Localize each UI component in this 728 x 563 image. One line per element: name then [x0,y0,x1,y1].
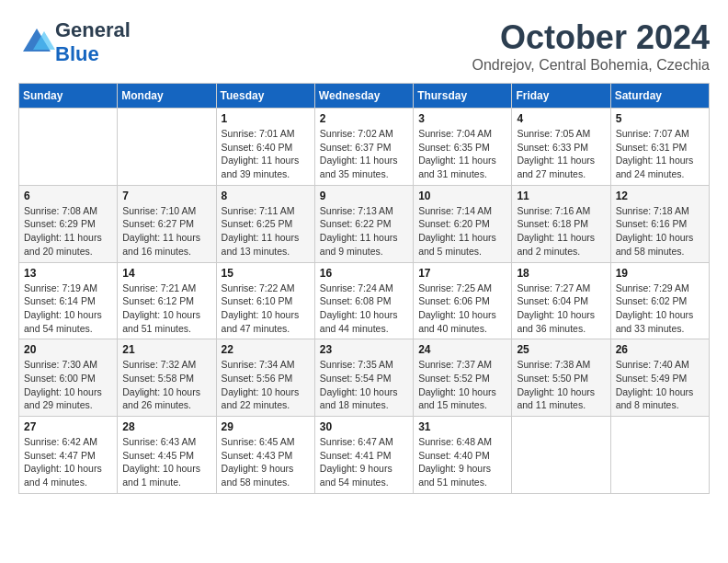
calendar-day-cell: 18Sunrise: 7:27 AM Sunset: 6:04 PM Dayli… [512,262,610,339]
calendar-day-cell: 15Sunrise: 7:22 AM Sunset: 6:10 PM Dayli… [216,262,314,339]
day-info: Sunrise: 7:32 AM Sunset: 5:58 PM Dayligh… [122,358,210,412]
month-year-title: October 2024 [472,18,711,57]
calendar-day-cell: 1Sunrise: 7:01 AM Sunset: 6:40 PM Daylig… [216,109,314,186]
day-number: 16 [320,267,408,280]
day-number: 13 [24,267,112,280]
calendar-day-cell: 11Sunrise: 7:16 AM Sunset: 6:18 PM Dayli… [512,185,610,262]
day-number: 24 [418,343,506,356]
day-info: Sunrise: 7:10 AM Sunset: 6:27 PM Dayligh… [122,204,210,259]
day-info: Sunrise: 6:48 AM Sunset: 4:40 PM Dayligh… [418,435,506,489]
day-info: Sunrise: 7:27 AM Sunset: 6:04 PM Dayligh… [517,282,605,336]
day-number: 25 [517,343,605,356]
calendar-day-cell: 10Sunrise: 7:14 AM Sunset: 6:20 PM Dayli… [414,185,512,262]
calendar-week-row: 13Sunrise: 7:19 AM Sunset: 6:14 PM Dayli… [19,262,710,339]
day-number: 21 [122,343,210,356]
logo-icon [18,24,55,61]
calendar-day-cell: 9Sunrise: 7:13 AM Sunset: 6:22 PM Daylig… [314,185,413,262]
day-info: Sunrise: 7:02 AM Sunset: 6:37 PM Dayligh… [320,127,408,181]
day-number: 15 [222,267,310,280]
day-info: Sunrise: 7:40 AM Sunset: 5:49 PM Dayligh… [616,358,704,412]
calendar-week-row: 1Sunrise: 7:01 AM Sunset: 6:40 PM Daylig… [19,109,710,186]
calendar-day-cell: 29Sunrise: 6:45 AM Sunset: 4:43 PM Dayli… [216,417,314,494]
day-number: 20 [24,343,112,356]
day-info: Sunrise: 7:16 AM Sunset: 6:18 PM Dayligh… [517,204,605,259]
day-info: Sunrise: 7:22 AM Sunset: 6:10 PM Dayligh… [222,282,310,336]
calendar-body: 1Sunrise: 7:01 AM Sunset: 6:40 PM Daylig… [19,109,710,494]
title-block: October 2024 Ondrejov, Central Bohemia, … [472,18,711,74]
day-number: 6 [24,190,112,202]
calendar-day-cell: 4Sunrise: 7:05 AM Sunset: 6:33 PM Daylig… [512,109,610,186]
weekday-header-cell: Thursday [414,84,512,109]
weekday-header-cell: Sunday [19,84,118,109]
day-info: Sunrise: 7:35 AM Sunset: 5:54 PM Dayligh… [320,358,408,412]
weekday-header-cell: Tuesday [216,84,314,109]
day-info: Sunrise: 7:14 AM Sunset: 6:20 PM Dayligh… [418,204,506,259]
day-number: 29 [222,420,310,433]
day-number: 23 [320,343,408,356]
calendar-day-cell: 2Sunrise: 7:02 AM Sunset: 6:37 PM Daylig… [314,109,413,186]
day-number: 7 [122,190,210,202]
day-info: Sunrise: 7:11 AM Sunset: 6:25 PM Dayligh… [222,204,310,259]
calendar-day-cell [610,417,709,494]
day-info: Sunrise: 7:29 AM Sunset: 6:02 PM Dayligh… [616,282,704,336]
day-info: Sunrise: 7:24 AM Sunset: 6:08 PM Dayligh… [320,282,408,336]
calendar-day-cell: 16Sunrise: 7:24 AM Sunset: 6:08 PM Dayli… [314,262,413,339]
day-info: Sunrise: 7:21 AM Sunset: 6:12 PM Dayligh… [122,282,210,336]
calendar-day-cell: 26Sunrise: 7:40 AM Sunset: 5:49 PM Dayli… [610,339,709,417]
day-number: 22 [222,343,310,356]
day-number: 1 [222,112,310,125]
day-number: 11 [517,190,605,202]
calendar-table: SundayMondayTuesdayWednesdayThursdayFrid… [18,83,710,494]
day-info: Sunrise: 7:08 AM Sunset: 6:29 PM Dayligh… [24,204,112,259]
day-info: Sunrise: 7:37 AM Sunset: 5:52 PM Dayligh… [418,358,506,412]
day-info: Sunrise: 7:34 AM Sunset: 5:56 PM Dayligh… [222,358,310,412]
calendar-week-row: 27Sunrise: 6:42 AM Sunset: 4:47 PM Dayli… [19,417,710,494]
day-number: 19 [616,267,704,280]
day-info: Sunrise: 7:25 AM Sunset: 6:06 PM Dayligh… [418,282,506,336]
day-number: 26 [616,343,704,356]
day-info: Sunrise: 6:45 AM Sunset: 4:43 PM Dayligh… [222,435,310,489]
day-number: 9 [320,190,408,202]
day-info: Sunrise: 6:43 AM Sunset: 4:45 PM Dayligh… [122,435,210,489]
weekday-header-row: SundayMondayTuesdayWednesdayThursdayFrid… [19,84,710,109]
day-info: Sunrise: 7:05 AM Sunset: 6:33 PM Dayligh… [517,127,605,181]
calendar-day-cell: 5Sunrise: 7:07 AM Sunset: 6:31 PM Daylig… [610,109,709,186]
calendar-day-cell: 20Sunrise: 7:30 AM Sunset: 6:00 PM Dayli… [19,339,118,417]
day-info: Sunrise: 7:38 AM Sunset: 5:50 PM Dayligh… [517,358,605,412]
day-number: 4 [517,112,605,125]
calendar-day-cell: 8Sunrise: 7:11 AM Sunset: 6:25 PM Daylig… [216,185,314,262]
weekday-header-cell: Friday [512,84,610,109]
day-number: 5 [616,112,704,125]
calendar-day-cell: 7Sunrise: 7:10 AM Sunset: 6:27 PM Daylig… [118,185,216,262]
calendar-day-cell: 27Sunrise: 6:42 AM Sunset: 4:47 PM Dayli… [19,417,118,494]
day-number: 8 [222,190,310,202]
weekday-header-cell: Saturday [610,84,709,109]
day-number: 10 [418,190,506,202]
day-number: 28 [122,420,210,433]
calendar-day-cell [19,109,118,186]
calendar-day-cell: 14Sunrise: 7:21 AM Sunset: 6:12 PM Dayli… [118,262,216,339]
calendar-day-cell: 22Sunrise: 7:34 AM Sunset: 5:56 PM Dayli… [216,339,314,417]
day-number: 12 [616,190,704,202]
day-info: Sunrise: 6:42 AM Sunset: 4:47 PM Dayligh… [24,435,112,489]
day-info: Sunrise: 7:13 AM Sunset: 6:22 PM Dayligh… [320,204,408,259]
day-number: 14 [122,267,210,280]
day-info: Sunrise: 7:04 AM Sunset: 6:35 PM Dayligh… [418,127,506,181]
calendar-day-cell: 24Sunrise: 7:37 AM Sunset: 5:52 PM Dayli… [414,339,512,417]
calendar-day-cell: 28Sunrise: 6:43 AM Sunset: 4:45 PM Dayli… [118,417,216,494]
day-info: Sunrise: 7:07 AM Sunset: 6:31 PM Dayligh… [616,127,704,181]
day-number: 3 [418,112,506,125]
logo-text: GeneralBlue [55,18,131,66]
calendar-day-cell: 3Sunrise: 7:04 AM Sunset: 6:35 PM Daylig… [414,109,512,186]
calendar-day-cell: 17Sunrise: 7:25 AM Sunset: 6:06 PM Dayli… [414,262,512,339]
calendar-day-cell: 6Sunrise: 7:08 AM Sunset: 6:29 PM Daylig… [19,185,118,262]
day-number: 27 [24,420,112,433]
calendar-day-cell: 25Sunrise: 7:38 AM Sunset: 5:50 PM Dayli… [512,339,610,417]
calendar-day-cell: 23Sunrise: 7:35 AM Sunset: 5:54 PM Dayli… [314,339,413,417]
day-number: 31 [418,420,506,433]
calendar-day-cell [512,417,610,494]
location-subtitle: Ondrejov, Central Bohemia, Czechia [472,57,711,74]
weekday-header-cell: Monday [118,84,216,109]
calendar-week-row: 20Sunrise: 7:30 AM Sunset: 6:00 PM Dayli… [19,339,710,417]
day-info: Sunrise: 7:01 AM Sunset: 6:40 PM Dayligh… [222,127,310,181]
